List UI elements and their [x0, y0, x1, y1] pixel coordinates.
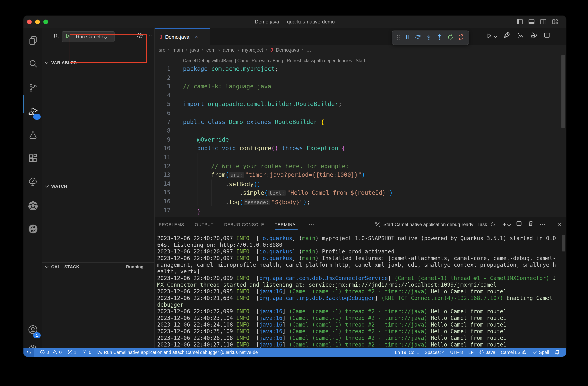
- terminal-task-entry[interactable]: Start Camel native application debug-rea…: [375, 222, 495, 227]
- breadcrumb-item[interactable]: src: [159, 47, 165, 53]
- breadcrumb-item[interactable]: …: [306, 47, 311, 53]
- breadcrumb-item[interactable]: acme: [223, 47, 234, 53]
- terminal-scrollbar[interactable]: [562, 235, 565, 252]
- kill-terminal-icon[interactable]: [528, 221, 534, 228]
- broadcast-icon: [82, 349, 87, 355]
- tab-terminal[interactable]: TERMINAL: [275, 217, 298, 232]
- split-editor-icon[interactable]: [544, 32, 550, 40]
- terminal-line: ealth, vertx]: [157, 268, 556, 275]
- drag-handle-icon[interactable]: [397, 34, 400, 41]
- close-panel-icon[interactable]: ×: [558, 221, 561, 228]
- terminal-actions: Start Camel native application debug-rea…: [375, 217, 561, 232]
- debug-status-message[interactable]: Run Camel native application and attach …: [97, 350, 258, 355]
- step-into-icon[interactable]: [425, 34, 432, 42]
- breadcrumb-item[interactable]: Demo.java: [276, 47, 299, 53]
- panel-more-actions-icon[interactable]: ···: [540, 221, 546, 227]
- indentation[interactable]: Spaces: 4: [425, 350, 444, 355]
- breadcrumb-item[interactable]: java: [190, 47, 199, 53]
- code-line: public void configure() throws Exception…: [183, 144, 393, 153]
- cursor-position[interactable]: Ln 19, Col 1: [395, 350, 419, 355]
- problems-indicator[interactable]: 0 0: [40, 350, 62, 355]
- title-bar: Demo.java — quarkus-native-demo: [23, 16, 566, 28]
- debug-badge: 1: [33, 114, 41, 120]
- code-lines: package com.acme.myproject; // camel-k: …: [183, 64, 393, 216]
- terminal-line: 2023-12-06 22:40:27,110 INFO [java:16] (…: [157, 342, 556, 348]
- code-line: // Write your routes here, for example:: [183, 162, 393, 171]
- tab-demo-java[interactable]: J Demo.java ×: [155, 28, 210, 45]
- spinner-icon: [490, 222, 495, 227]
- testing-icon[interactable]: [23, 125, 42, 144]
- language-mode[interactable]: {} Java: [479, 350, 495, 355]
- editor-scrollbar[interactable]: [561, 55, 565, 128]
- camel-run-icon[interactable]: [517, 32, 524, 40]
- tab-debug-console[interactable]: DEBUG CONSOLE: [224, 217, 264, 232]
- tab-output[interactable]: OUTPUT: [195, 217, 213, 232]
- encoding[interactable]: UTF-8: [450, 350, 463, 355]
- editor-more-actions-icon[interactable]: ···: [557, 33, 563, 39]
- customize-layout-icon[interactable]: [552, 18, 558, 25]
- remote-indicator[interactable]: [23, 348, 34, 357]
- tasks-indicator[interactable]: 1: [67, 350, 76, 355]
- line-number: 10: [155, 144, 170, 153]
- toggle-sidebar-icon[interactable]: [516, 18, 523, 25]
- run-java-button[interactable]: [486, 33, 497, 39]
- accounts-icon[interactable]: 1: [23, 320, 42, 339]
- split-editor-icon[interactable]: [540, 18, 546, 25]
- line-number: 16: [155, 197, 170, 206]
- code-line: [183, 153, 393, 162]
- kubernetes-icon[interactable]: [23, 196, 42, 215]
- breadcrumb-item[interactable]: myproject: [242, 47, 263, 53]
- code-area[interactable]: 1234567891011121314151617 package com.ac…: [155, 64, 561, 217]
- restart-icon[interactable]: [447, 34, 454, 42]
- step-over-icon[interactable]: [415, 34, 421, 42]
- extensions-icon[interactable]: [23, 149, 42, 167]
- maximize-panel-icon[interactable]: [552, 221, 552, 228]
- search-icon[interactable]: [23, 54, 42, 73]
- ports-indicator[interactable]: 0: [82, 349, 91, 355]
- watch-section-header[interactable]: WATCH: [42, 183, 154, 189]
- step-out-icon[interactable]: [436, 34, 442, 42]
- spell-checker-status[interactable]: Spell: [533, 350, 549, 355]
- run-and-debug-icon[interactable]: 1: [23, 102, 42, 121]
- camel-jbang-rocket-icon[interactable]: [504, 32, 510, 40]
- debug-sidebar: R. Run Camel native ··· VARIABLES: [42, 28, 154, 348]
- panel-more-tabs-icon[interactable]: ···: [309, 221, 315, 227]
- line-number: 1: [155, 64, 170, 73]
- breadcrumb-item[interactable]: main: [172, 47, 183, 53]
- chevron-down-icon: [45, 183, 49, 187]
- camel-ls-status[interactable]: Camel LS: [501, 350, 527, 355]
- tools-icon: [375, 222, 380, 227]
- explorer-icon[interactable]: [23, 31, 42, 50]
- chevron-down-icon: [45, 264, 49, 268]
- line-number: 3: [155, 82, 170, 91]
- pause-icon[interactable]: [404, 34, 410, 42]
- source-control-icon[interactable]: [23, 78, 42, 97]
- project-tree-icon[interactable]: [23, 172, 42, 191]
- camel-debug-icon[interactable]: [530, 32, 537, 40]
- terminal-line: 2023-12-06 22:40:21,634 INFO [org.apa.ca…: [157, 295, 556, 301]
- code-line: [183, 109, 393, 118]
- eol-sequence[interactable]: LF: [468, 350, 474, 355]
- task-label: Start Camel native application debug-rea…: [383, 222, 487, 227]
- code-line: [183, 91, 393, 100]
- disconnect-icon[interactable]: [458, 34, 464, 42]
- terminal-line: 64s. Listening on: http://0.0.0.0:8080: [157, 242, 556, 248]
- split-terminal-icon[interactable]: [516, 221, 522, 228]
- tab-problems[interactable]: PROBLEMS: [159, 217, 184, 232]
- braces-icon: {}: [479, 350, 484, 355]
- line-number: 13: [155, 171, 170, 179]
- line-number: 6: [155, 109, 170, 118]
- close-tab-icon[interactable]: ×: [195, 34, 198, 40]
- call-stack-section-header[interactable]: CALL STACK Running: [42, 263, 154, 270]
- notifications-bell[interactable]: [554, 349, 560, 355]
- tab-row: J Demo.java ×: [155, 28, 566, 45]
- terminal-line: management, camel-microprofile-health, c…: [157, 262, 556, 268]
- sync-extension-icon[interactable]: [23, 219, 42, 238]
- new-terminal-icon[interactable]: +: [503, 221, 510, 228]
- java-file-icon: J: [160, 34, 162, 40]
- check-icon: [533, 350, 537, 355]
- breadcrumb-item[interactable]: com: [206, 47, 215, 53]
- terminal-output[interactable]: 2023-12-06 22:40:20,097 INFO [io.quarkus…: [157, 235, 556, 348]
- codelens-actions[interactable]: Camel Debug with JBang | Camel Run with …: [183, 58, 365, 63]
- toggle-panel-icon[interactable]: [528, 18, 535, 25]
